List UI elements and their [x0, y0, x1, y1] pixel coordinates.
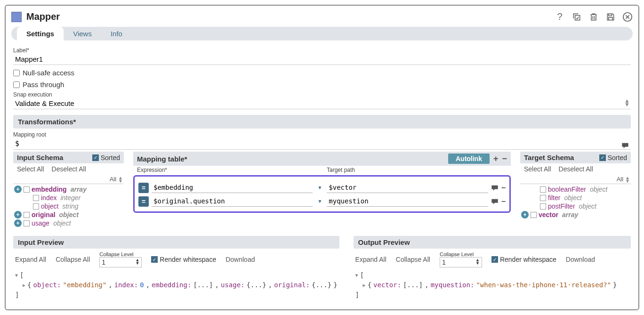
mapping-row: = ▼ − — [138, 196, 506, 207]
target-select-all[interactable]: Select All — [524, 165, 551, 173]
remove-row-button[interactable]: − — [502, 154, 507, 164]
svg-rect-0 — [575, 15, 580, 20]
caret-right-icon[interactable]: ▶ — [363, 282, 366, 289]
download-button[interactable]: Download — [566, 256, 595, 263]
close-icon[interactable] — [622, 12, 633, 22]
target-schema-tree: booleanFilterobject filterobject postFil… — [520, 185, 631, 219]
input-filter-all[interactable]: All — [108, 175, 118, 184]
input-preview-header: Input Preview — [13, 236, 339, 249]
tab-info[interactable]: Info — [101, 27, 132, 40]
passthrough-label: Pass through — [23, 81, 64, 89]
target-sorted-checkbox[interactable]: ✓ Sorted — [599, 154, 627, 162]
mapping-table-body: = ▼ − = ▼ − — [133, 175, 511, 213]
collapse-all-button[interactable]: Collapse All — [56, 256, 90, 263]
delete-icon[interactable] — [588, 12, 599, 22]
add-row-button[interactable]: + — [493, 154, 499, 164]
input-select-all[interactable]: Select All — [17, 165, 44, 173]
stepper-icon[interactable]: ▲▼ — [118, 176, 123, 183]
suggest-icon[interactable] — [621, 142, 629, 149]
expression-input[interactable] — [152, 182, 313, 193]
tree-checkbox[interactable] — [540, 195, 546, 201]
render-ws-checkbox[interactable]: ✓Render whitespace — [491, 256, 556, 263]
input-sorted-checkbox[interactable]: ✓ Sorted — [92, 154, 120, 162]
tree-checkbox[interactable] — [531, 212, 537, 218]
passthrough-checkbox[interactable] — [13, 81, 20, 88]
help-icon[interactable]: ? — [555, 12, 565, 22]
input-deselect-all[interactable]: Deselect All — [52, 165, 86, 173]
output-preview-json: ▼[ ▶{vector: [...], myquestion: "when·wa… — [354, 270, 631, 300]
label-field-label: Label* — [13, 47, 631, 54]
tree-row[interactable]: postFilterobject — [521, 202, 630, 210]
tree-row[interactable]: +embeddingarray — [14, 185, 123, 194]
input-schema-tree: +embeddingarray indexinteger objectstrin… — [13, 185, 124, 227]
autolink-button[interactable]: Autolink — [448, 153, 490, 164]
expand-all-button[interactable]: Expand All — [355, 256, 386, 263]
expand-all-button[interactable]: Expand All — [15, 256, 46, 263]
tree-row[interactable]: filterobject — [521, 194, 630, 202]
tabs: Settings Views Info — [11, 27, 633, 40]
mapping-root-input[interactable] — [13, 138, 631, 150]
save-icon[interactable] — [605, 12, 616, 22]
stepper-icon[interactable]: ▲▼ — [624, 99, 630, 106]
input-schema-header: Input Schema ✓ Sorted — [13, 152, 124, 163]
target-input[interactable] — [327, 196, 488, 207]
collapse-level-input[interactable]: 1▲▼ — [99, 257, 142, 267]
suggest-icon[interactable] — [491, 185, 499, 191]
render-ws-checkbox[interactable]: ✓Render whitespace — [151, 256, 216, 263]
tree-checkbox[interactable] — [24, 220, 30, 226]
tree-checkbox[interactable] — [33, 195, 39, 201]
output-preview-header: Output Preview — [354, 236, 631, 249]
tree-checkbox[interactable] — [540, 203, 546, 210]
tree-checkbox[interactable] — [24, 212, 30, 218]
tree-row[interactable]: +vectorarray — [521, 210, 630, 219]
chevron-down-icon[interactable]: ▼ — [315, 199, 324, 204]
tree-row[interactable]: +usageobject — [14, 219, 123, 227]
stepper-icon[interactable]: ▲▼ — [625, 176, 630, 183]
tree-row[interactable]: booleanFilterobject — [521, 185, 630, 194]
expand-icon[interactable]: + — [14, 186, 22, 193]
input-preview-json: ▼[ ▶{object: "embedding", index: 0, embe… — [13, 270, 339, 300]
target-input[interactable] — [327, 182, 488, 193]
collapse-level-input[interactable]: 1▲▼ — [440, 257, 482, 267]
snap-exec-select[interactable] — [13, 98, 631, 109]
nullsafe-label: Null-safe access — [23, 69, 74, 77]
download-button[interactable]: Download — [225, 256, 255, 263]
caret-right-icon[interactable]: ▶ — [23, 282, 25, 289]
tab-views[interactable]: Views — [64, 27, 101, 40]
label-input[interactable] — [13, 54, 631, 65]
tab-settings[interactable]: Settings — [17, 27, 64, 40]
expression-toggle[interactable]: = — [138, 196, 149, 207]
tree-row[interactable]: +originalobject — [14, 210, 123, 219]
remove-row-icon[interactable]: − — [501, 197, 506, 206]
expand-icon[interactable]: + — [14, 211, 22, 218]
tree-checkbox[interactable] — [33, 203, 39, 210]
snap-exec-label: Snap execution — [13, 91, 631, 98]
caret-down-icon[interactable]: ▼ — [15, 272, 18, 279]
tree-checkbox[interactable] — [540, 186, 546, 193]
target-col-label: Target path — [327, 167, 507, 173]
expand-icon[interactable]: + — [14, 219, 22, 227]
tree-checkbox[interactable] — [24, 186, 30, 193]
chevron-down-icon[interactable]: ▼ — [315, 185, 324, 190]
copy-icon[interactable] — [572, 12, 582, 22]
expression-input[interactable] — [152, 196, 313, 207]
collapse-all-button[interactable]: Collapse All — [396, 256, 430, 263]
expression-col-label: Expression* — [137, 167, 322, 173]
mapper-window: Mapper ? Settings Views Info Label* — [5, 5, 639, 310]
target-deselect-all[interactable]: Deselect All — [559, 165, 593, 173]
target-filter-all[interactable]: All — [615, 175, 625, 184]
tree-row[interactable]: indexinteger — [14, 194, 123, 202]
expression-toggle[interactable]: = — [138, 183, 149, 193]
tree-row[interactable]: objectstring — [14, 202, 123, 210]
collapse-level-label: Collapse Level — [99, 251, 142, 257]
remove-row-icon[interactable]: − — [501, 184, 506, 192]
caret-down-icon[interactable]: ▼ — [355, 272, 358, 279]
mapping-row: = ▼ − — [138, 182, 506, 193]
expand-icon[interactable]: + — [521, 211, 529, 218]
titlebar: Mapper ? — [11, 9, 633, 27]
mapping-root-label: Mapping root — [13, 131, 631, 138]
suggest-icon[interactable] — [491, 198, 499, 205]
app-title: Mapper — [26, 11, 60, 22]
nullsafe-checkbox[interactable] — [13, 70, 20, 76]
transformations-header: Transformations* — [13, 115, 631, 129]
